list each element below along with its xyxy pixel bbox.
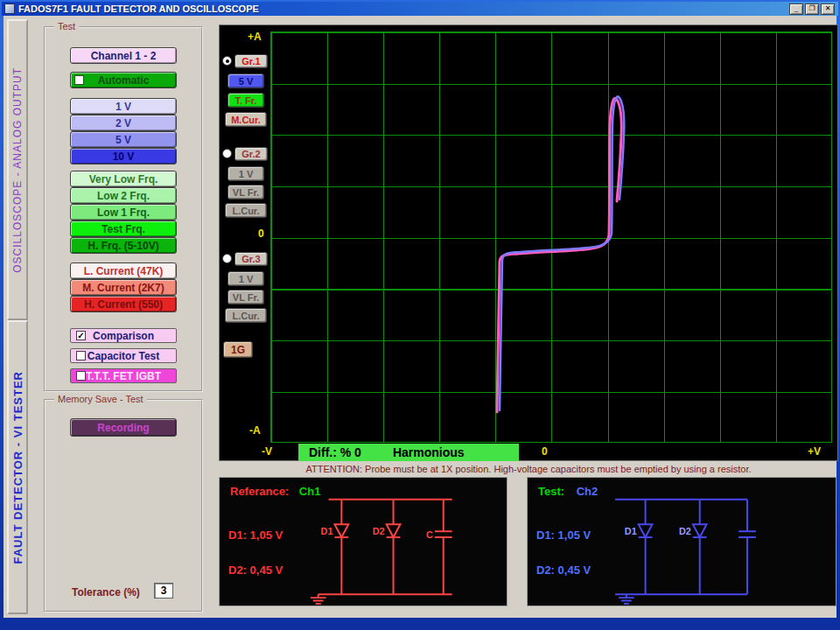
comparison-checkbox-checked-icon[interactable] — [76, 331, 86, 340]
reference-d2-component-label: D2 — [373, 526, 385, 536]
maximize-button[interactable]: ❐ — [805, 4, 819, 15]
title-bar[interactable]: FADOS7F1 FAULT DETECTOR AND OSCILLOSCOPE… — [2, 2, 838, 16]
reference-d1-component-label: D1 — [321, 526, 333, 536]
voltage-5v-button[interactable]: 5 V — [70, 131, 177, 148]
recording-button[interactable]: Recording — [70, 418, 177, 437]
app-window: FADOS7F1 FAULT DETECTOR AND OSCILLOSCOPE… — [2, 2, 838, 620]
automatic-checkbox[interactable] — [74, 75, 84, 85]
diff-value: Diff.: % 0 — [309, 445, 361, 459]
reference-cap-component-label: C — [426, 529, 433, 540]
client-area: OSCILLOSCOPE - ANALOG OUTPUT FAULT DETEC… — [4, 16, 836, 618]
freq-low1-button[interactable]: Low 1 Frq. — [70, 204, 177, 220]
comparison-label: Comparison — [93, 330, 154, 342]
tab-oscilloscope-analog-output[interactable]: OSCILLOSCOPE - ANALOG OUTPUT — [7, 19, 28, 320]
reference-trace — [497, 98, 621, 412]
tab-fault-label: FAULT DETECTOR - VI TESTER — [11, 371, 24, 564]
attention-text: ATTENTION: Probe must be at 1X position.… — [219, 464, 838, 474]
memory-group-label: Memory Save - Test — [54, 394, 147, 404]
freq-low2-button[interactable]: Low 2 Frq. — [70, 187, 177, 204]
test-d1-component-label: D1 — [625, 526, 637, 536]
app-icon — [4, 4, 15, 14]
tolerance-label: Tolerance (%) — [72, 586, 140, 598]
harmonious-status: Harmonious — [393, 445, 465, 459]
automatic-button[interactable]: Automatic — [70, 72, 177, 88]
test-d2-component-label: D2 — [679, 526, 691, 536]
test-result-panel: Test: Ch2 D1: 1,05 V D2: 0,45 V — [527, 477, 836, 606]
current-low-button[interactable]: L. Current (47K) — [70, 262, 177, 279]
tab-oscilloscope-label: OSCILLOSCOPE - ANALOG OUTPUT — [11, 67, 24, 273]
comparison-checkbox-row[interactable]: Comparison — [70, 328, 177, 343]
voltage-10v-button[interactable]: 10 V — [70, 148, 177, 164]
window-title: FADOS7F1 FAULT DETECTOR AND OSCILLOSCOPE — [18, 4, 789, 14]
ttt-fet-igbt-checkbox-row[interactable]: T.T.T. FET IGBT — [70, 368, 177, 383]
reference-panel: Referance: Ch1 D1: 1,05 V D2: 0,45 V — [219, 477, 508, 606]
tab-fault-detector-vi-tester[interactable]: FAULT DETECTOR - VI TESTER — [7, 320, 28, 614]
freq-high-button[interactable]: H. Frq. (5-10V) — [70, 237, 177, 254]
status-bar: Diff.: % 0 Harmonious — [298, 444, 519, 461]
voltage-2v-button[interactable]: 2 V — [70, 115, 177, 131]
reference-circuit-diagram: D1 D2 C — [220, 478, 507, 606]
vi-curve-display — [220, 25, 839, 462]
current-medium-button[interactable]: M. Current (2K7) — [70, 279, 177, 296]
current-high-button[interactable]: H. Current (550) — [70, 296, 177, 312]
tolerance-input[interactable]: 3 — [154, 583, 173, 598]
channel-1-2-button[interactable]: Channel 1 - 2 — [70, 47, 177, 64]
oscilloscope-panel: +A 0 -A -V 0 +V Gr.1 5 V T. Fr. M.Cur. G… — [219, 24, 838, 461]
capacitor-test-label: Capacitor Test — [88, 350, 159, 362]
memory-save-groupbox: Memory Save - Test Recording Tolerance (… — [44, 399, 203, 612]
close-button[interactable]: ✕ — [821, 4, 835, 15]
ttt-fet-igbt-checkbox[interactable] — [76, 371, 86, 381]
capacitor-test-checkbox[interactable] — [76, 351, 86, 360]
test-circuit-diagram: D1 D2 — [528, 478, 836, 606]
ttt-fet-igbt-label: T.T.T. FET IGBT — [86, 370, 161, 382]
freq-very-low-button[interactable]: Very Low Frq. — [70, 171, 177, 187]
minimize-button[interactable]: _ — [789, 4, 803, 15]
capacitor-test-checkbox-row[interactable]: Capacitor Test — [70, 348, 177, 363]
automatic-label: Automatic — [98, 74, 150, 87]
test-group-label: Test — [54, 21, 79, 32]
voltage-1v-button[interactable]: 1 V — [70, 98, 177, 115]
test-groupbox: Test Channel 1 - 2 Automatic 1 V 2 V 5 V… — [44, 26, 203, 392]
freq-test-button[interactable]: Test Frq. — [70, 220, 177, 237]
